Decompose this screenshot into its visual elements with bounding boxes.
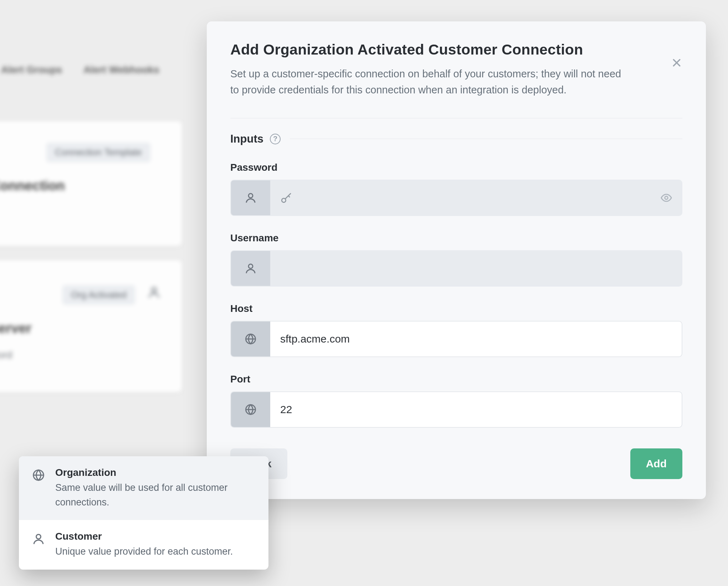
scope-option-desc: Unique value provided for each customer. xyxy=(55,544,256,559)
globe-icon xyxy=(244,403,257,416)
scope-option-organization[interactable]: Organization Same value will be used for… xyxy=(19,456,268,520)
person-icon xyxy=(32,532,47,546)
host-label: Host xyxy=(230,303,682,314)
password-label: Password xyxy=(230,162,682,173)
scope-popover: Organization Same value will be used for… xyxy=(19,456,268,570)
username-label: Username xyxy=(230,232,682,244)
scope-prefix-button[interactable] xyxy=(231,322,270,356)
person-icon xyxy=(244,191,257,204)
svg-line-6 xyxy=(288,196,290,197)
person-icon xyxy=(244,262,257,275)
port-input[interactable] xyxy=(280,403,672,416)
close-icon xyxy=(671,57,682,68)
section-line xyxy=(290,139,682,139)
host-input-shell[interactable] xyxy=(230,321,682,357)
bg-chip: Connection Template xyxy=(46,143,150,162)
person-icon xyxy=(147,285,161,299)
divider xyxy=(230,118,682,118)
close-button[interactable] xyxy=(670,56,684,70)
svg-line-5 xyxy=(285,193,291,199)
svg-point-15 xyxy=(36,534,41,539)
svg-point-4 xyxy=(282,198,286,202)
scope-prefix-button[interactable] xyxy=(231,180,270,215)
scope-option-desc: Same value will be used for all customer… xyxy=(55,480,256,509)
bg-panel xyxy=(0,260,182,392)
scope-prefix-button[interactable] xyxy=(231,392,270,427)
svg-point-0 xyxy=(152,288,156,292)
add-button[interactable]: Add xyxy=(630,448,682,479)
svg-point-7 xyxy=(665,196,668,200)
bg-subtext: assword xyxy=(0,349,12,361)
bg-title: Server xyxy=(0,321,31,336)
modal-title: Add Organization Activated Customer Conn… xyxy=(230,41,682,58)
help-icon[interactable]: ? xyxy=(270,134,281,144)
svg-point-3 xyxy=(248,194,253,198)
port-input-shell[interactable] xyxy=(230,391,682,428)
scope-option-customer[interactable]: Customer Unique value provided for each … xyxy=(19,520,268,570)
svg-point-8 xyxy=(248,264,253,268)
scope-prefix-button[interactable] xyxy=(231,251,270,286)
modal-add-connection: Add Organization Activated Customer Conn… xyxy=(207,21,706,499)
bg-tab: Alert Groups xyxy=(1,64,62,76)
section-title: Inputs xyxy=(230,133,263,145)
key-icon xyxy=(280,192,292,204)
globe-icon xyxy=(32,468,47,482)
bg-title: ce Connection xyxy=(0,178,65,194)
modal-subtitle: Set up a customer-specific connection on… xyxy=(230,66,630,98)
password-input[interactable] xyxy=(298,192,672,204)
port-label: Port xyxy=(230,374,682,385)
globe-icon xyxy=(244,333,257,345)
username-input[interactable] xyxy=(280,262,672,274)
host-input[interactable] xyxy=(280,333,672,345)
bg-panel xyxy=(0,121,182,246)
username-input-shell[interactable] xyxy=(230,250,682,287)
scope-option-title: Organization xyxy=(55,467,256,478)
eye-icon[interactable] xyxy=(660,192,672,204)
bg-tab: Alert Webhooks xyxy=(83,64,159,76)
bg-chip: Org Activated xyxy=(62,285,135,305)
scope-option-title: Customer xyxy=(55,531,256,542)
password-input-shell[interactable] xyxy=(230,180,682,216)
